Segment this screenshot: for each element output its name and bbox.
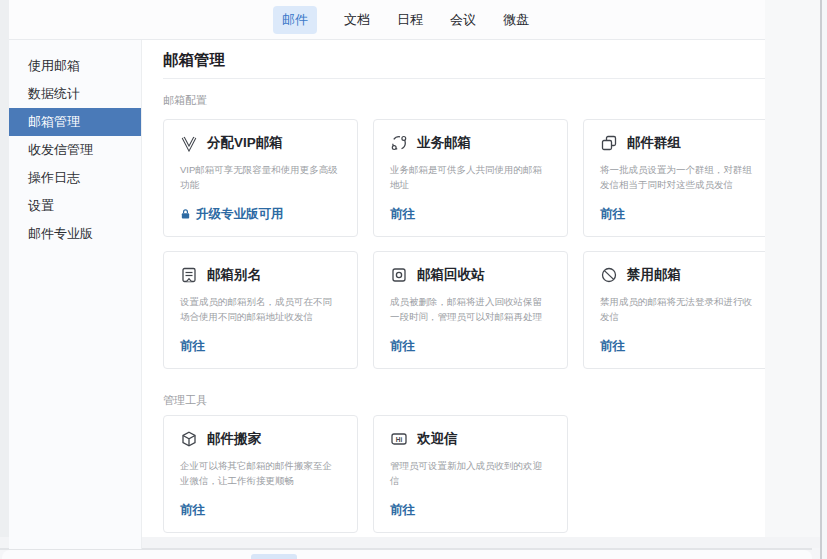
upgrade-link[interactable]: 升级专业版可用 bbox=[180, 206, 284, 223]
card-row: 邮箱别名设置成员的邮箱别名，成员可在不同场合使用不同的邮箱地址收发信前往邮箱回收… bbox=[163, 251, 765, 369]
card-footer-label: 前往 bbox=[600, 206, 625, 223]
card-description: 设置成员的邮箱别名，成员可在不同场合使用不同的邮箱地址收发信 bbox=[180, 294, 341, 324]
sidebar-item-mailbox-management[interactable]: 邮箱管理 bbox=[9, 108, 141, 136]
card-footer-label: 前往 bbox=[600, 338, 625, 355]
sidebar: 使用邮箱数据统计邮箱管理收发信管理操作日志设置邮件专业版 bbox=[9, 40, 142, 549]
page-title: 邮箱管理 bbox=[163, 50, 765, 71]
go-link[interactable]: 前往 bbox=[390, 206, 415, 223]
tab-drive[interactable]: 微盘 bbox=[503, 6, 529, 34]
main-content: 邮箱管理 邮箱配置分配VIP邮箱VIP邮箱可享无限容量和使用更多高级功能升级专业… bbox=[142, 40, 765, 537]
sidebar-item-send-receive[interactable]: 收发信管理 bbox=[9, 136, 141, 164]
sidebar-item-use-mailbox[interactable]: 使用邮箱 bbox=[9, 52, 141, 80]
next-page-active-tab bbox=[251, 554, 297, 559]
mail-group-icon bbox=[600, 134, 618, 152]
top-bar: 邮件文档日程会议微盘 bbox=[9, 0, 765, 40]
tab-meeting[interactable]: 会议 bbox=[450, 6, 476, 34]
window-right-gutter bbox=[765, 0, 820, 548]
card-head: 邮件群组 bbox=[600, 134, 761, 152]
card-footer-label: 前往 bbox=[390, 502, 415, 519]
mail-move-icon bbox=[180, 430, 198, 448]
tab-calendar[interactable]: 日程 bbox=[397, 6, 423, 34]
go-link[interactable]: 前往 bbox=[390, 338, 415, 355]
card-footer-label: 前往 bbox=[180, 338, 205, 355]
sidebar-item-settings[interactable]: 设置 bbox=[9, 192, 141, 220]
card-head: 邮箱回收站 bbox=[390, 266, 551, 284]
card-group[interactable]: 邮件群组将一批成员设置为一个群组，对群组发信相当于同时对这些成员发信前往 bbox=[583, 119, 765, 237]
window-border bbox=[820, 0, 822, 559]
card-recycle[interactable]: 邮箱回收站成员被删除，邮箱将进入回收站保留一段时间，管理员可以对邮箱再处理前往 bbox=[373, 251, 568, 369]
card-footer-label: 升级专业版可用 bbox=[196, 206, 284, 223]
page-header: 邮箱管理 bbox=[163, 40, 765, 79]
lock-icon bbox=[180, 208, 191, 220]
card-footer-label: 前往 bbox=[390, 206, 415, 223]
next-page-preview bbox=[2, 550, 812, 559]
go-link[interactable]: 前往 bbox=[180, 502, 205, 519]
section-1: 管理工具邮件搬家企业可以将其它邮箱的邮件搬家至企业微信，让工作衔接更顺畅前往Hi… bbox=[163, 393, 765, 533]
card-description: 业务邮箱是可供多人共同使用的邮箱地址 bbox=[390, 162, 551, 192]
welcome-letter-icon: Hi bbox=[390, 430, 408, 448]
section-0: 邮箱配置分配VIP邮箱VIP邮箱可享无限容量和使用更多高级功能升级专业版可用业务… bbox=[163, 93, 765, 369]
card-head: 禁用邮箱 bbox=[600, 266, 761, 284]
business-mailbox-icon bbox=[390, 134, 408, 152]
section-label: 邮箱配置 bbox=[163, 93, 765, 108]
card-description: 成员被删除，邮箱将进入回收站保留一段时间，管理员可以对邮箱再处理 bbox=[390, 294, 551, 324]
card-title: 禁用邮箱 bbox=[627, 266, 681, 284]
card-footer-label: 前往 bbox=[180, 502, 205, 519]
card-head: 业务邮箱 bbox=[390, 134, 551, 152]
card-head: 邮件搬家 bbox=[180, 430, 341, 448]
card-description: VIP邮箱可享无限容量和使用更多高级功能 bbox=[180, 162, 341, 192]
card-row: 分配VIP邮箱VIP邮箱可享无限容量和使用更多高级功能升级专业版可用业务邮箱业务… bbox=[163, 119, 765, 237]
card-disable[interactable]: 禁用邮箱禁用成员的邮箱将无法登录和进行收发信前往 bbox=[583, 251, 765, 369]
card-head: Hi欢迎信 bbox=[390, 430, 551, 448]
svg-text:Hi: Hi bbox=[396, 436, 403, 443]
go-link[interactable]: 前往 bbox=[600, 338, 625, 355]
card-title: 欢迎信 bbox=[417, 430, 458, 448]
sidebar-item-data-stats[interactable]: 数据统计 bbox=[9, 80, 141, 108]
top-tabs: 邮件文档日程会议微盘 bbox=[273, 0, 529, 39]
section-label: 管理工具 bbox=[163, 393, 765, 408]
card-title: 邮件搬家 bbox=[207, 430, 261, 448]
disable-mailbox-icon bbox=[600, 266, 618, 284]
go-link[interactable]: 前往 bbox=[390, 502, 415, 519]
card-business[interactable]: 业务邮箱业务邮箱是可供多人共同使用的邮箱地址前往 bbox=[373, 119, 568, 237]
card-vip[interactable]: 分配VIP邮箱VIP邮箱可享无限容量和使用更多高级功能升级专业版可用 bbox=[163, 119, 358, 237]
card-footer-label: 前往 bbox=[390, 338, 415, 355]
card-head: 邮箱别名 bbox=[180, 266, 341, 284]
card-description: 将一批成员设置为一个群组，对群组发信相当于同时对这些成员发信 bbox=[600, 162, 761, 192]
card-title: 邮件群组 bbox=[627, 134, 681, 152]
tab-mail[interactable]: 邮件 bbox=[273, 6, 317, 34]
card-welcome[interactable]: Hi欢迎信管理员可设置新加入成员收到的欢迎信前往 bbox=[373, 415, 568, 533]
go-link[interactable]: 前往 bbox=[180, 338, 205, 355]
window-left-gutter bbox=[0, 0, 9, 548]
card-title: 分配VIP邮箱 bbox=[207, 134, 283, 152]
card-row: 邮件搬家企业可以将其它邮箱的邮件搬家至企业微信，让工作衔接更顺畅前往Hi欢迎信管… bbox=[163, 415, 765, 533]
mailbox-alias-icon bbox=[180, 266, 198, 284]
sidebar-item-mail-pro[interactable]: 邮件专业版 bbox=[9, 220, 141, 248]
card-title: 业务邮箱 bbox=[417, 134, 471, 152]
sidebar-item-operation-log[interactable]: 操作日志 bbox=[9, 164, 141, 192]
card-alias[interactable]: 邮箱别名设置成员的邮箱别名，成员可在不同场合使用不同的邮箱地址收发信前往 bbox=[163, 251, 358, 369]
tab-docs[interactable]: 文档 bbox=[344, 6, 370, 34]
card-description: 禁用成员的邮箱将无法登录和进行收发信 bbox=[600, 294, 761, 324]
card-head: 分配VIP邮箱 bbox=[180, 134, 341, 152]
vip-icon bbox=[180, 134, 198, 152]
card-description: 企业可以将其它邮箱的邮件搬家至企业微信，让工作衔接更顺畅 bbox=[180, 458, 341, 488]
card-title: 邮箱别名 bbox=[207, 266, 261, 284]
card-move[interactable]: 邮件搬家企业可以将其它邮箱的邮件搬家至企业微信，让工作衔接更顺畅前往 bbox=[163, 415, 358, 533]
go-link[interactable]: 前往 bbox=[600, 206, 625, 223]
card-title: 邮箱回收站 bbox=[417, 266, 485, 284]
card-description: 管理员可设置新加入成员收到的欢迎信 bbox=[390, 458, 551, 488]
mailbox-recycle-icon bbox=[390, 266, 408, 284]
